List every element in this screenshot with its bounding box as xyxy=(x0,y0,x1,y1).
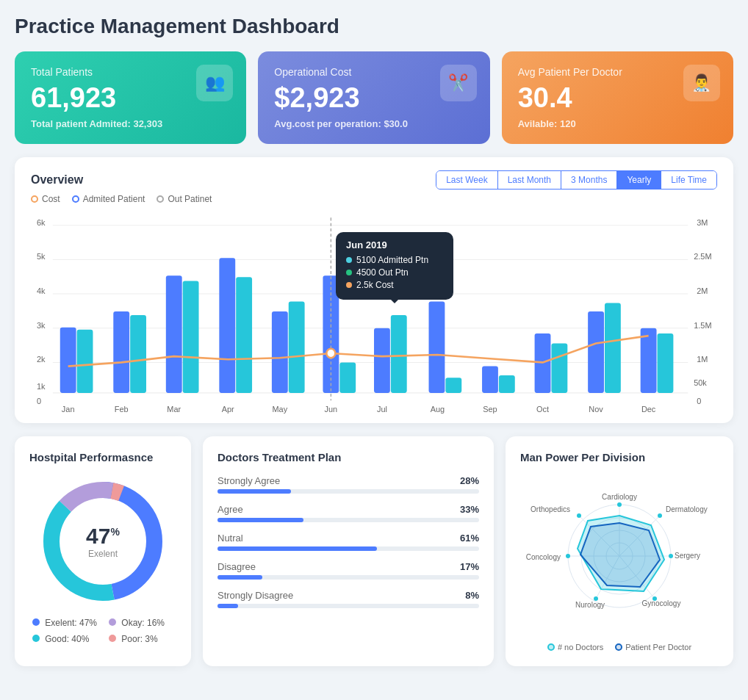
legend-admitted: Admited Patient xyxy=(72,194,145,204)
axis-nurology: Nurology xyxy=(575,601,605,609)
donut-container: 47% Exelent Exelent: 47% Okay: 16% Good:… xyxy=(29,475,176,644)
bar-may-out xyxy=(289,301,305,392)
bar-jan-admitted xyxy=(60,328,76,393)
y-axis-0: 0 xyxy=(37,397,41,405)
time-buttons[interactable]: Last Week Last Month 3 Months Yearly Lif… xyxy=(436,170,717,190)
bar-strongly-agree: Strongly Agree 28% xyxy=(217,475,479,494)
page-title: Practice Management Dashboard xyxy=(15,15,733,38)
bar-nov-admitted xyxy=(588,311,604,393)
bar-apr-out xyxy=(236,277,252,393)
tooltip-row-3: 2.5k Cost xyxy=(346,280,443,290)
bar-track-nutral xyxy=(217,546,479,551)
bar-fill-agree xyxy=(217,518,303,522)
y-axis-6k: 6k xyxy=(37,218,46,227)
dot-good xyxy=(32,635,40,642)
bar-sep-out xyxy=(499,375,515,393)
tooltip-dot-1 xyxy=(346,257,352,263)
card-operational-cost: ✂️ Operational Cost $2,923 Avg.cost per … xyxy=(258,51,489,144)
y-axis-r-1m: 1M xyxy=(697,355,708,364)
donut-legend: Exelent: 47% Okay: 16% Good: 40% Poor: 3… xyxy=(32,618,173,644)
bar-disagree: Disagree 17% xyxy=(217,561,479,580)
bar-pct-agree: 33% xyxy=(460,504,479,515)
bottom-cards: Hostpital Performasnce xyxy=(15,436,733,666)
bar-feb-admitted xyxy=(113,311,129,393)
bar-oct-out xyxy=(551,343,567,392)
legend-poor: Poor: 3% xyxy=(109,634,173,644)
manpower-card: Man Power Per Division xyxy=(506,436,733,666)
y-axis-r-25m: 2.5M xyxy=(694,252,711,261)
label-poor: Poor: 3% xyxy=(121,634,157,644)
radar-legend-patient: Patient Per Doctor xyxy=(615,643,691,652)
y-axis-r-2m: 2M xyxy=(697,286,708,295)
radar-legend-doctors: # no Doctors xyxy=(547,643,603,652)
bar-fill-strongly-agree xyxy=(217,489,291,494)
donut-center: 47% Exelent xyxy=(86,524,120,559)
bar-jun-out xyxy=(339,362,356,392)
hospital-performance-title: Hostpital Performasnce xyxy=(29,451,176,463)
legend-okay: Okay: 16% xyxy=(109,618,173,628)
bar-jan-out xyxy=(77,330,93,393)
x-nov: Nov xyxy=(589,405,603,414)
bar-pct-disagree: 17% xyxy=(460,561,479,572)
dot-dermatology-1 xyxy=(658,513,662,518)
overview-title: Overview xyxy=(31,173,83,187)
radar-legend: # no Doctors Patient Per Doctor xyxy=(547,643,691,652)
bar-jul-admitted xyxy=(374,328,390,393)
x-may: May xyxy=(273,405,288,414)
bar-fill-strongly-disagree xyxy=(217,604,238,608)
legend-cost-label: Cost xyxy=(42,194,60,204)
donut-wrap: 47% Exelent xyxy=(37,475,169,607)
bar-track-disagree xyxy=(217,575,479,580)
bar-fill-nutral xyxy=(217,546,377,551)
card-avg-patient: 👨‍⚕️ Avg Patient Per Doctor 30.4 Avilabl… xyxy=(502,51,733,144)
bar-track-strongly-disagree xyxy=(217,604,479,608)
bar-label-strongly-disagree: Strongly Disagree xyxy=(217,590,293,601)
btn-yearly[interactable]: Yearly xyxy=(617,171,661,189)
bar-track-agree xyxy=(217,518,479,522)
tooltip-dot-3 xyxy=(346,282,352,288)
dot-exelent xyxy=(32,618,40,626)
bar-strongly-disagree: Strongly Disagree 8% xyxy=(217,590,479,608)
axis-cardiology: Cardiology xyxy=(602,493,637,501)
bar-aug-out xyxy=(445,378,461,393)
bar-dec-admitted xyxy=(641,328,657,393)
x-mar: Mar xyxy=(167,405,181,414)
donut-pct: 47% xyxy=(86,524,120,549)
tooltip-text-3: 2.5k Cost xyxy=(356,280,394,290)
rl-dot-patient xyxy=(615,643,622,651)
btn-lifetime[interactable]: Life Time xyxy=(661,171,716,189)
bar-label-strongly-agree: Strongly Agree xyxy=(217,475,280,486)
axis-orthopedics: Orthopedics xyxy=(531,505,570,513)
x-jun: Jun xyxy=(325,405,338,414)
radar-container: Cardiology Dermatology Sergery Gynocolog… xyxy=(520,475,719,652)
bar-may-admitted xyxy=(272,311,288,393)
y-axis-2k: 2k xyxy=(37,355,46,364)
bar-dec-out xyxy=(658,333,674,393)
dot-orthopedics-1 xyxy=(577,513,581,518)
bar-mar-out xyxy=(183,281,199,392)
x-jul: Jul xyxy=(377,405,387,414)
tooltip-dot-2 xyxy=(346,270,352,275)
top-cards: 👥 Total Patients 61,923 Total patient Ad… xyxy=(15,51,733,144)
axis-concology: Concology xyxy=(526,553,561,561)
y-axis-3k: 3k xyxy=(37,321,46,330)
tooltip-title: Jun 2019 xyxy=(346,239,443,250)
btn-last-week[interactable]: Last Week xyxy=(436,171,497,189)
bar-feb-out xyxy=(130,315,146,393)
tooltip-row-2: 4500 Out Ptn xyxy=(346,267,443,278)
admitted-dot xyxy=(72,195,79,203)
dot-poor xyxy=(109,635,116,642)
y-axis-4k: 4k xyxy=(37,286,46,295)
radar-chart: Cardiology Dermatology Sergery Gynocolog… xyxy=(520,475,719,637)
btn-3-months[interactable]: 3 Months xyxy=(561,171,617,189)
bar-pct-nutral: 61% xyxy=(460,533,479,544)
card-label-cost: Operational Cost xyxy=(274,66,473,78)
card-sub-avg: Avilable: 120 xyxy=(518,118,717,129)
hospital-performance-card: Hostpital Performasnce xyxy=(15,436,191,666)
bar-label-agree: Agree xyxy=(217,504,243,515)
x-dec: Dec xyxy=(641,405,656,414)
x-feb: Feb xyxy=(115,405,129,414)
cost-dot xyxy=(31,195,38,203)
bar-nutral: Nutral 61% xyxy=(217,533,479,551)
btn-last-month[interactable]: Last Month xyxy=(498,171,561,189)
